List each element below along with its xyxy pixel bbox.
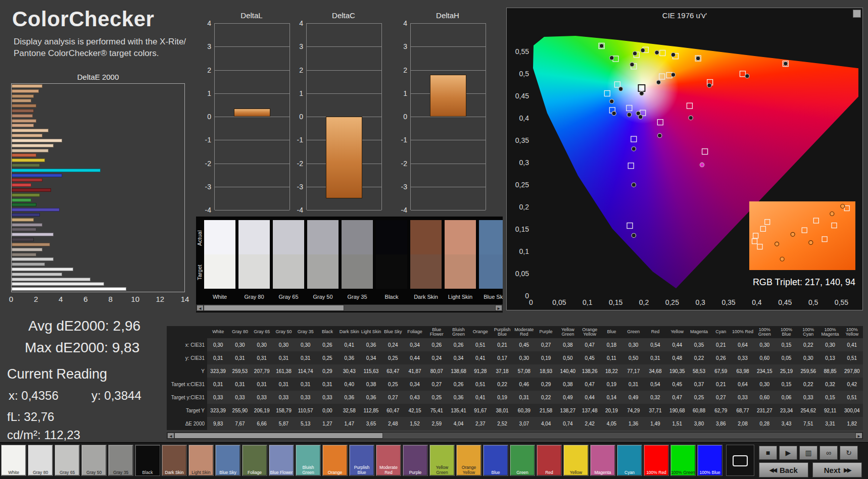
toolbar-patch-light-skin[interactable]: Light Skin <box>188 445 214 476</box>
table-cell: 0,33 <box>273 391 295 404</box>
column-header: Purple <box>535 326 557 338</box>
table-cell: 0,46 <box>513 378 535 391</box>
column-header: Blue <box>601 326 622 338</box>
deltaH-plot <box>410 23 486 210</box>
target-row-label: Target <box>197 256 204 289</box>
toolbar-patch-cyan[interactable]: Cyan <box>617 445 642 476</box>
toolbar-patch-purple[interactable]: Purple <box>403 445 428 476</box>
toolbar-patch-green[interactable]: Green <box>510 445 535 476</box>
table-cell: 2,42 <box>579 417 601 430</box>
cie-chart-title: CIE 1976 u'v' <box>507 11 862 20</box>
table-cell: 0,31 <box>273 378 295 391</box>
pattern-button[interactable]: ▥ <box>799 446 817 460</box>
scroll-right-icon[interactable]: ▸ <box>855 433 862 439</box>
deltae-bar <box>12 104 36 108</box>
table-cell: 0,31 <box>513 391 535 404</box>
table-cell: 60,88 <box>688 404 710 417</box>
scroll-left-icon[interactable]: ◂ <box>167 433 174 439</box>
deltaC-plot <box>306 23 382 210</box>
table-cell: 0,44 <box>579 391 601 404</box>
toolbar-patch-moderate-red[interactable]: Moderate Red <box>376 445 401 476</box>
toolbar-patch-yellow-green[interactable]: Yellow Green <box>429 445 455 476</box>
scroll-right-icon[interactable]: ▸ <box>495 305 502 311</box>
table-cell: 0,22 <box>491 378 513 391</box>
toolbar-patch-black[interactable]: Black <box>135 445 160 476</box>
column-header: Yellow <box>666 326 688 338</box>
deltae-bar <box>12 282 104 286</box>
cie-points-layer <box>531 27 858 296</box>
table-cell: 206,19 <box>251 404 273 417</box>
scroll-thumb[interactable] <box>174 433 383 439</box>
swatch-scrollbar[interactable]: ◂ ▸ <box>196 304 503 311</box>
toolbar-patch-magenta[interactable]: Magenta <box>590 445 615 476</box>
table-cell: 0,26 <box>448 378 469 391</box>
table-cell: 0,19 <box>491 391 513 404</box>
panel-corner-button[interactable] <box>853 10 861 18</box>
gridline <box>307 210 381 210</box>
table-cell: 0,50 <box>622 351 644 364</box>
cie-panel: CIE 1976 u'v' RGB Triplet: 217, 140, 94 … <box>506 8 863 310</box>
row-label: y: CIE31 <box>167 351 207 364</box>
table-scrollbar[interactable]: ◂ ▸ <box>167 432 863 439</box>
target-point <box>639 85 644 91</box>
scroll-left-icon[interactable]: ◂ <box>197 305 204 311</box>
swatch-label: Dark Skin <box>410 294 442 300</box>
table-cell: 0,29 <box>535 378 557 391</box>
display-pattern-button[interactable] <box>726 445 754 476</box>
table-cell: 0,24 <box>382 338 404 351</box>
toolbar-patch-100-blue[interactable]: 100% Blue <box>697 445 722 476</box>
axis-tick-label: 4 <box>198 19 211 27</box>
toolbar-patch-dark-skin[interactable]: Dark Skin <box>162 445 187 476</box>
play-button[interactable]: ▶ <box>779 446 797 460</box>
toolbar-patch-orange-yellow[interactable]: Orange Yellow <box>456 445 481 476</box>
scroll-thumb[interactable] <box>204 305 344 311</box>
table-cell: 3,07 <box>513 417 535 430</box>
back-button[interactable]: ◀◀ Back <box>759 462 808 477</box>
table-cell: 140,40 <box>557 364 578 378</box>
deltae-bar <box>12 129 49 132</box>
toolbar-patch-red[interactable]: Red <box>537 445 562 476</box>
toolbar-patch-gray-80[interactable]: Gray 80 <box>28 445 53 476</box>
deltae-bar <box>12 139 62 142</box>
target-swatch <box>445 254 476 289</box>
next-button[interactable]: Next ▶▶ <box>812 462 862 477</box>
toolbar-patch-gray-65[interactable]: Gray 65 <box>55 445 80 476</box>
deltae-bar <box>12 268 73 271</box>
axis-tick-label: -3 <box>394 183 407 191</box>
toolbar-patch-100-red[interactable]: 100% Red <box>644 445 669 476</box>
toolbar-patch-orange[interactable]: Orange <box>322 445 348 476</box>
axis-tick-label: 0,4 <box>752 298 761 306</box>
target-swatch <box>238 254 270 289</box>
toolbar-patch-purplish-blue[interactable]: Purplish Blue <box>349 445 374 476</box>
infinity-button[interactable]: ∞ <box>819 446 838 460</box>
toolbar-patch-gray-35[interactable]: Gray 35 <box>108 445 133 476</box>
table-cell: 0,26 <box>448 338 469 351</box>
deltae-bar <box>12 257 54 261</box>
toolbar-patch-foliage[interactable]: Foliage <box>242 445 267 476</box>
toolbar-patch-blue[interactable]: Blue <box>483 445 508 476</box>
axis-tick-label: 2 <box>394 66 407 74</box>
toolbar-patch-blue-sky[interactable]: Blue Sky <box>215 445 240 476</box>
deltae-bar <box>12 213 40 217</box>
toolbar-patch-yellow[interactable]: Yellow <box>563 445 589 476</box>
table-cell: 0,32 <box>644 391 666 404</box>
table-cell: 323,39 <box>207 364 229 378</box>
column-header: 100% Cyan <box>797 326 819 338</box>
toolbar-patch-gray-50[interactable]: Gray 50 <box>81 445 107 476</box>
target-point <box>687 103 692 109</box>
toolbar-patch-label: Foliage <box>243 470 267 475</box>
toolbar-patch-white[interactable]: White <box>1 445 26 476</box>
table-cell: 3,86 <box>710 417 732 430</box>
column-header: Red <box>644 326 666 338</box>
toolbar-patch-bluish-green[interactable]: Bluish Green <box>296 445 321 476</box>
toolbar-patch-label: Gray 50 <box>82 470 106 475</box>
stop-button[interactable]: ■ <box>759 446 777 460</box>
table-cell: 0,33 <box>732 351 753 364</box>
table-cell: 63,47 <box>382 364 404 378</box>
refresh-button[interactable]: ↻ <box>840 446 858 460</box>
deltae-bar <box>12 99 31 102</box>
gridline <box>411 210 486 210</box>
toolbar-patch-blue-flower[interactable]: Blue Flower <box>269 445 294 476</box>
toolbar-patch-100-green[interactable]: 100% Green <box>670 445 696 476</box>
toolbar-patch-label: Magenta <box>591 470 615 475</box>
